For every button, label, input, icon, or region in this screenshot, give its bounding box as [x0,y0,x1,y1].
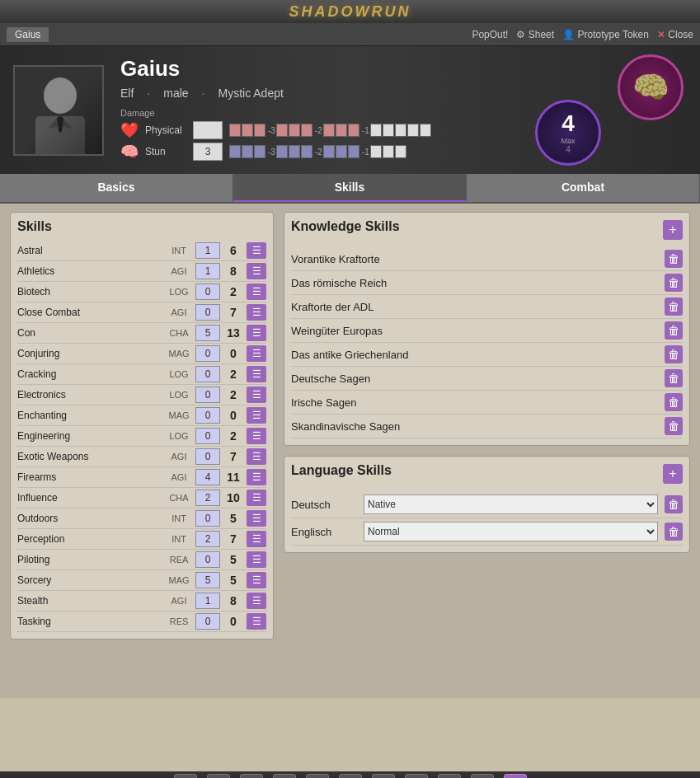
skill-total-5: 0 [223,347,243,360]
skill-menu-btn-7[interactable]: ☰ [247,387,266,403]
skill-row: Astral INT 6 ☰ [17,241,266,261]
skill-name-8: Enchanting [17,410,162,421]
skill-total-7: 2 [223,388,243,401]
skill-menu-btn-15[interactable]: ☰ [247,551,266,568]
skill-menu-btn-17[interactable]: ☰ [247,593,266,609]
delete-knowledge-btn-7[interactable]: 🗑 [665,417,683,435]
bottom-btn-0[interactable]: 0 [471,774,494,778]
skill-menu-btn-6[interactable]: ☰ [247,366,266,382]
bottom-btn-8[interactable]: 8 [405,774,428,778]
skill-input-4[interactable] [195,325,220,341]
skill-input-16[interactable] [195,572,220,588]
delete-knowledge-btn-0[interactable]: 🗑 [665,250,683,268]
skill-name-6: Cracking [17,368,162,380]
skill-menu-btn-18[interactable]: ☰ [247,613,266,630]
language-list: Deutsch NativeBasicNormalFluent 🗑 Englis… [291,491,683,546]
skill-row: Biotech LOG 2 ☰ [17,282,266,302]
skill-input-3[interactable] [195,304,220,321]
stun-damage-input[interactable] [193,143,223,161]
skill-input-11[interactable] [195,469,220,485]
skill-input-2[interactable] [195,284,220,300]
skill-menu-btn-16[interactable]: ☰ [247,572,266,588]
window-bar: Gaius PopOut! ⚙ Sheet 👤 Prototype Token … [0,23,700,46]
physical-damage-row: ❤️ Physical -3 -2 [120,121,588,139]
skill-menu-btn-10[interactable]: ☰ [247,448,266,465]
physical-damage-input[interactable] [193,121,223,139]
skill-attr-3: AGI [166,307,192,317]
bottom-btn-1[interactable]: 1 [174,774,197,778]
skill-total-10: 7 [223,450,243,463]
delete-knowledge-btn-1[interactable]: 🗑 [665,274,683,292]
skill-input-15[interactable] [195,551,220,568]
skill-input-10[interactable] [195,448,220,465]
bottom-btn-3[interactable]: 3 [240,774,263,778]
skill-input-8[interactable] [195,407,220,424]
skill-menu-btn-4[interactable]: ☰ [247,325,266,341]
bottom-btn-4[interactable]: 4 [273,774,296,778]
delete-knowledge-btn-4[interactable]: 🗑 [665,345,683,363]
delete-language-btn-0[interactable]: 🗑 [665,495,683,513]
skill-input-5[interactable] [195,345,220,362]
skill-menu-btn-13[interactable]: ☰ [247,510,266,527]
popout-link[interactable]: PopOut! [472,29,508,40]
skill-menu-btn-0[interactable]: ☰ [247,242,266,259]
tab-basics[interactable]: Basics [0,174,233,202]
skill-input-12[interactable] [195,490,220,506]
skill-input-6[interactable] [195,366,220,382]
language-panel-header: Language Skills + [291,463,683,485]
skill-input-18[interactable] [195,613,220,630]
skill-name-5: Conjuring [17,348,162,359]
bottom-btn-2[interactable]: 2 [207,774,230,778]
language-select-1[interactable]: NativeBasicNormalFluent [364,522,658,541]
knowledge-item-name-4: Das antike Griechenland [291,349,658,361]
window-tab[interactable]: Gaius [7,27,49,42]
skill-total-0: 6 [223,244,243,257]
delete-knowledge-btn-2[interactable]: 🗑 [665,298,683,316]
skill-menu-btn-8[interactable]: ☰ [247,407,266,424]
bottom-btn-7[interactable]: 7 [372,774,395,778]
skill-input-1[interactable] [195,263,220,279]
delete-knowledge-btn-3[interactable]: 🗑 [665,321,683,340]
skill-menu-btn-9[interactable]: ☰ [247,428,266,444]
add-knowledge-button[interactable]: + [663,220,683,240]
bottom-btn-5[interactable]: 5 [306,774,329,778]
knowledge-panel: Knowledge Skills + Vorantike Kraftorte 🗑… [284,212,690,446]
skill-input-17[interactable] [195,593,220,609]
prototype-link[interactable]: 👤 Prototype Token [562,29,649,40]
scroll-up-button[interactable]: ↑ [504,774,527,778]
bottom-btn-9[interactable]: 9 [438,774,461,778]
tab-skills[interactable]: Skills [233,174,467,202]
skill-row: Outdoors INT 5 ☰ [17,509,266,529]
skill-attr-0: INT [166,246,192,255]
close-link[interactable]: ✕ Close [657,29,693,40]
skill-input-13[interactable] [195,510,220,527]
skill-input-9[interactable] [195,428,220,444]
tab-combat[interactable]: Combat [467,174,700,202]
skill-attr-5: MAG [166,349,192,359]
add-language-button[interactable]: + [663,464,683,484]
bottom-btn-6[interactable]: 6 [339,774,362,778]
delete-knowledge-btn-6[interactable]: 🗑 [665,393,683,411]
skill-input-7[interactable] [195,387,220,403]
user-icon: 👤 [562,29,577,40]
skill-name-0: Astral [17,245,162,256]
skill-input-14[interactable] [195,531,220,547]
skill-menu-btn-1[interactable]: ☰ [247,263,266,279]
skill-input-0[interactable] [195,242,220,259]
skill-menu-btn-11[interactable]: ☰ [247,469,266,485]
delete-language-btn-1[interactable]: 🗑 [665,523,683,541]
skill-menu-btn-2[interactable]: ☰ [247,284,266,300]
skill-menu-btn-5[interactable]: ☰ [247,345,266,362]
skill-menu-btn-3[interactable]: ☰ [247,304,266,321]
knowledge-item: Das antike Griechenland 🗑 [291,343,683,367]
language-panel: Language Skills + Deutsch NativeBasicNor… [284,456,690,553]
character-name: Gaius [120,56,588,82]
language-select-0[interactable]: NativeBasicNormalFluent [364,494,658,514]
skill-name-11: Firearms [17,471,162,483]
skill-menu-btn-14[interactable]: ☰ [247,531,266,547]
skill-row: Perception INT 7 ☰ [17,529,266,550]
sheet-link[interactable]: ⚙ Sheet [516,29,554,40]
skill-menu-btn-12[interactable]: ☰ [247,490,266,506]
delete-knowledge-btn-5[interactable]: 🗑 [665,369,683,387]
skills-list: Astral INT 6 ☰ Athletics AGI 8 ☰ Biotech… [17,241,266,632]
